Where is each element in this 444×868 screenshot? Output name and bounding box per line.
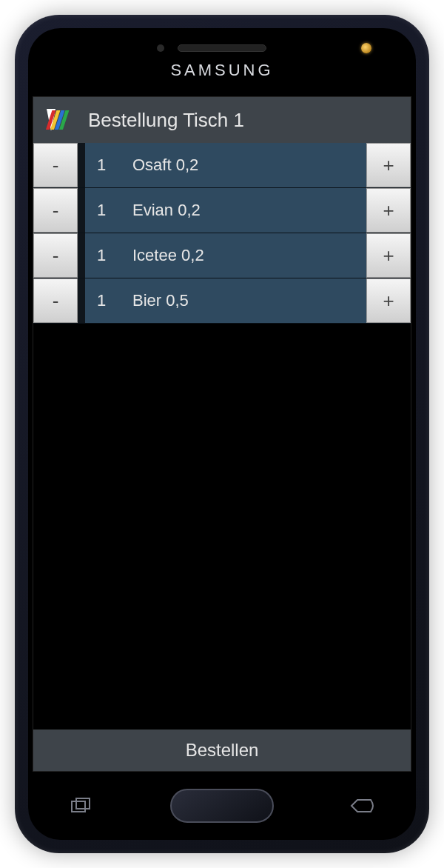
phone-inner: SAMSUNG Bestellung Tisch 1 - <box>28 28 416 840</box>
spacer <box>78 233 85 278</box>
decrement-button[interactable]: - <box>33 233 78 278</box>
recent-apps-button-icon[interactable] <box>65 795 98 817</box>
decrement-button[interactable]: - <box>33 278 78 323</box>
back-button-icon[interactable] <box>346 795 379 817</box>
phone-bottom-bezel <box>28 772 416 840</box>
increment-button[interactable]: + <box>366 188 411 233</box>
list-item: - 1 Icetee 0,2 + <box>33 233 411 278</box>
phone-top-bezel: SAMSUNG <box>28 28 416 96</box>
increment-button[interactable]: + <box>366 143 411 187</box>
spacer <box>78 278 85 323</box>
app-header: Bestellung Tisch 1 <box>33 97 411 143</box>
earpiece-speaker-icon <box>178 44 266 52</box>
quantity-value: 1 <box>85 291 118 310</box>
svg-rect-4 <box>72 801 85 812</box>
submit-order-button[interactable]: Bestellen <box>186 740 259 761</box>
increment-button[interactable]: + <box>366 233 411 278</box>
decrement-button[interactable]: - <box>33 143 78 187</box>
item-label: Evian 0,2 <box>118 201 366 220</box>
home-button[interactable] <box>170 789 274 823</box>
screen: Bestellung Tisch 1 - 1 Osaft 0,2 + - 1 E… <box>33 96 411 772</box>
list-item: - 1 Osaft 0,2 + <box>33 143 411 188</box>
sensor-row <box>28 44 416 52</box>
quantity-value: 1 <box>85 246 118 265</box>
footer-bar: Bestellen <box>33 730 411 771</box>
list-item: - 1 Bier 0,5 + <box>33 278 411 324</box>
quantity-value: 1 <box>85 156 118 175</box>
empty-content <box>33 324 411 730</box>
spacer <box>78 188 85 233</box>
item-label: Icetee 0,2 <box>118 246 366 265</box>
increment-button[interactable]: + <box>366 278 411 323</box>
device-brand: SAMSUNG <box>170 61 273 80</box>
phone-frame: SAMSUNG Bestellung Tisch 1 - <box>15 15 429 853</box>
item-label: Bier 0,5 <box>118 291 366 310</box>
page-title: Bestellung Tisch 1 <box>88 109 244 132</box>
quantity-value: 1 <box>85 201 118 220</box>
svg-rect-5 <box>76 798 90 809</box>
decrement-button[interactable]: - <box>33 188 78 233</box>
spacer <box>78 143 85 187</box>
order-list: - 1 Osaft 0,2 + - 1 Evian 0,2 + - 1 <box>33 143 411 324</box>
app-logo-icon <box>44 104 75 136</box>
front-camera-icon <box>361 43 371 53</box>
proximity-sensor-icon <box>157 44 164 52</box>
item-label: Osaft 0,2 <box>118 156 366 175</box>
list-item: - 1 Evian 0,2 + <box>33 188 411 233</box>
